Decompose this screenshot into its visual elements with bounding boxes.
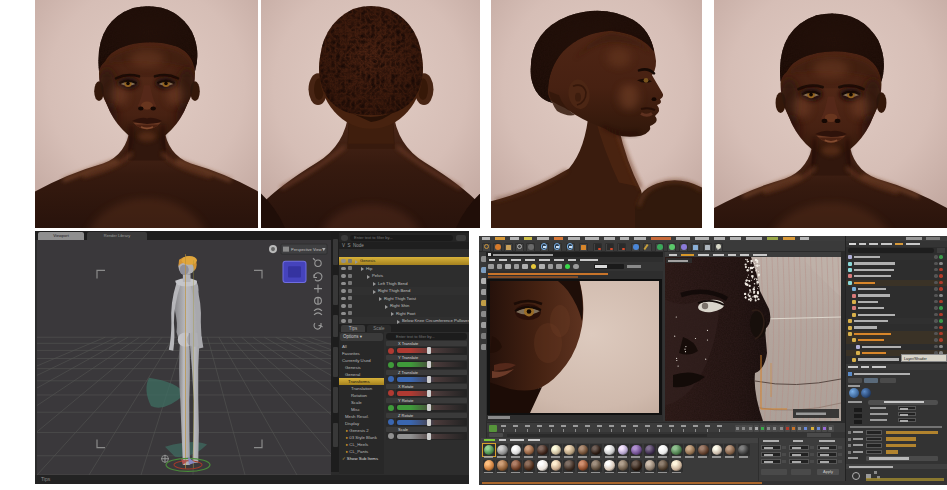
svg-text:Perspective View: Perspective View <box>291 247 322 252</box>
